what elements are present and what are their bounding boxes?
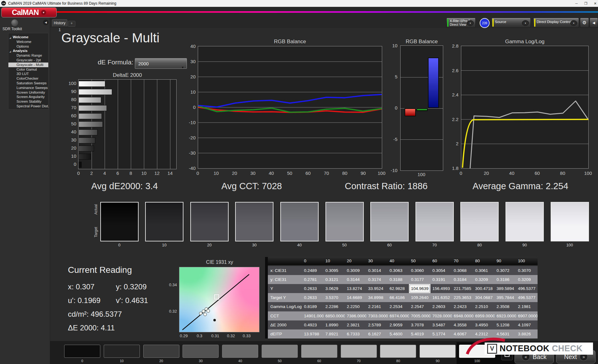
settings-button[interactable]: ⚙	[580, 18, 589, 28]
sidebar-item-color-gamut[interactable]: Color Gamut	[8, 67, 48, 72]
table-cell--E-2000-60[interactable]: 3.5487	[430, 320, 452, 329]
table-cell-y-CIE31-40[interactable]: 0.3188	[388, 275, 409, 284]
table-cell-Target-Y-10[interactable]: 3.5370	[324, 293, 345, 302]
table-cell-dEITP-100[interactable]: 3.8826	[516, 329, 538, 338]
table-cell-Target-Y-70[interactable]: 225.3653	[452, 293, 473, 302]
meter-dropdown[interactable]: X-Rite i1Pro 2 Direct View ▼	[446, 18, 476, 28]
table-cell-CCT-90[interactable]: 6923.0000	[495, 311, 516, 320]
table-cell-CCT-0[interactable]: 14901.0000	[302, 311, 324, 320]
sidebar-item-dynamic-range[interactable]: Dynamic Range	[8, 53, 48, 58]
table-cell-y-CIE31-30[interactable]: 0.3174	[366, 275, 388, 284]
footer-patch-70[interactable]	[341, 345, 377, 358]
table-cell-dEITP-40[interactable]: 5.4600	[388, 329, 409, 338]
footer-patch-50[interactable]	[262, 345, 298, 358]
table-cell--E-2000-100[interactable]: 4.1097	[516, 320, 538, 329]
table-cell-dEITP-0[interactable]: 13.9788	[302, 329, 324, 338]
sidebar-item-analysis[interactable]: ◢Analysis	[8, 49, 48, 53]
table-cell-y-CIE31-0[interactable]: 0.2781	[302, 275, 324, 284]
table-cell-Gamma-Log-Log-40[interactable]: 2.2534	[388, 302, 409, 311]
sidebar-item-3d-lut[interactable]: 3D LUT	[8, 72, 48, 76]
table-cell-CCT-100[interactable]: 6907.0000	[516, 311, 538, 320]
table-cell-Gamma-Log-Log-10[interactable]: 2.2286	[324, 302, 345, 311]
table-cell-y-CIE31-10[interactable]: 0.3121	[324, 275, 345, 284]
table-cell-x-CIE31-90[interactable]: 0.3072	[495, 266, 516, 275]
table-cell--E-2000-70[interactable]: 4.3558	[452, 320, 473, 329]
sidebar-item-spectral-power-dist-[interactable]: Spectral Power Dist.	[8, 104, 48, 109]
table-cell-CCT-60[interactable]: 7028.0000	[430, 311, 452, 320]
table-cell-dEITP-60[interactable]: 5.1774	[430, 329, 452, 338]
table-cell-Target-Y-100[interactable]: 496.5377	[516, 293, 538, 302]
table-cell-Target-Y-0[interactable]: 0.2633	[302, 293, 324, 302]
table-cell--E-2000-30[interactable]: 2.5789	[366, 320, 388, 329]
table-cell-y-CIE31-20[interactable]: 0.3144	[345, 275, 366, 284]
table-cell-dEITP-30[interactable]: 6.1627	[366, 329, 388, 338]
table-cell-Gamma-Log-Log-90[interactable]: 2.3508	[495, 302, 516, 311]
table-cell-dEITP-50[interactable]: 5.4019	[409, 329, 430, 338]
table-cell-CCT-50[interactable]: 7005.0000	[409, 311, 430, 320]
table-cell-x-CIE31-60[interactable]: 0.3054	[430, 266, 452, 275]
footer-patch-90[interactable]	[420, 345, 456, 358]
footer-patch-30[interactable]	[183, 345, 219, 358]
table-cell-CCT-80[interactable]: 6959.0000	[473, 311, 495, 320]
sidebar-item-luminance-sweeps[interactable]: Luminance Sweeps	[8, 86, 48, 90]
table-cell-Y-50[interactable]: 104.9639	[409, 284, 430, 293]
sidebar-pin-button[interactable]	[11, 19, 18, 26]
table-cell-CCT-20[interactable]: 7386.0000	[345, 311, 366, 320]
table-cell-Y-60[interactable]: 156.4993	[430, 284, 452, 293]
source-dropdown[interactable]: Source ▼	[491, 18, 531, 28]
sidebar-item-grayscale-2pt[interactable]: Grayscale - 2pt	[8, 58, 48, 63]
table-cell-Target-Y-20[interactable]: 14.6689	[345, 293, 366, 302]
table-cell-Y-70[interactable]: 221.7585	[452, 284, 473, 293]
table-cell-Y-0[interactable]: 0.2633	[302, 284, 324, 293]
table-cell--E-2000-10[interactable]: 1.8990	[324, 320, 345, 329]
table-cell-Gamma-Log-Log-30[interactable]: 2.2161	[366, 302, 388, 311]
table-cell-Target-Y-50[interactable]: 109.2640	[409, 293, 430, 302]
sidebar-item-screen-stability[interactable]: Screen Stability	[8, 99, 48, 104]
table-cell-Target-Y-40[interactable]: 66.4186	[388, 293, 409, 302]
table-cell-dEITP-20[interactable]: 6.7333	[345, 329, 366, 338]
table-cell--E-2000-50[interactable]: 3.7078	[409, 320, 430, 329]
footer-patch-80[interactable]	[380, 345, 416, 358]
table-cell-y-CIE31-80[interactable]: 0.3209	[473, 275, 495, 284]
table-cell-x-CIE31-10[interactable]: 0.3095	[324, 266, 345, 275]
table-cell-CCT-40[interactable]: 6974.0000	[388, 311, 409, 320]
table-cell--E-2000-80[interactable]: 3.4950	[473, 320, 495, 329]
table-cell-x-CIE31-40[interactable]: 0.3063	[388, 266, 409, 275]
minimize-button[interactable]: ─	[572, 1, 581, 6]
tab-history-1[interactable]: History 1	[52, 19, 67, 26]
maximize-button[interactable]: ❐	[582, 1, 590, 6]
table-cell-Target-Y-90[interactable]: 395.7844	[495, 293, 516, 302]
table-cell-y-CIE31-60[interactable]: 0.3191	[430, 275, 452, 284]
footer-patch-60[interactable]	[301, 345, 337, 358]
table-cell-Gamma-Log-Log-70[interactable]: 2.2423	[452, 302, 473, 311]
sidebar-item-screen-uniformity[interactable]: Screen Uniformity	[8, 90, 48, 95]
footer-patch-10[interactable]	[104, 345, 140, 358]
table-cell-Gamma-Log-Log-60[interactable]: 2.2603	[430, 302, 452, 311]
table-cell-Y-20[interactable]: 13.8274	[345, 284, 366, 293]
table-cell-x-CIE31-30[interactable]: 0.3014	[366, 266, 388, 275]
sidebar-item-saturation-sweeps[interactable]: Saturation Sweeps	[8, 81, 48, 86]
sidebar-item-screen-angularity[interactable]: Screen Angularity	[8, 95, 48, 99]
table-cell-Target-Y-80[interactable]: 304.0687	[473, 293, 495, 302]
table-cell-y-CIE31-50[interactable]: 0.3177	[409, 275, 430, 284]
table-cell-Gamma-Log-Log-0[interactable]: 0.8189	[302, 302, 324, 311]
table-cell-y-CIE31-90[interactable]: 0.3186	[495, 275, 516, 284]
table-cell--E-2000-20[interactable]: 2.3821	[345, 320, 366, 329]
table-cell-x-CIE31-100[interactable]: 0.3070	[516, 266, 538, 275]
table-cell-x-CIE31-0[interactable]: 0.2489	[302, 266, 324, 275]
table-cell-CCT-70[interactable]: 6948.0000	[452, 311, 473, 320]
table-cell-Target-Y-60[interactable]: 161.6352	[430, 293, 452, 302]
sidebar-item-options[interactable]: Options	[8, 44, 48, 49]
table-cell-Target-Y-30[interactable]: 34.8998	[366, 293, 388, 302]
footer-patch-40[interactable]	[222, 345, 258, 358]
table-cell-x-CIE31-20[interactable]: 0.3009	[345, 266, 366, 275]
add-tab-button[interactable]: +	[68, 21, 75, 27]
close-button[interactable]: ✕	[591, 1, 598, 6]
table-cell-Gamma-Log-Log-100[interactable]: 2.1981	[516, 302, 538, 311]
table-cell-Y-40[interactable]: 62.9828	[388, 284, 409, 293]
table-cell-x-CIE31-50[interactable]: 0.3060	[409, 266, 430, 275]
table-cell-Y-80[interactable]: 300.4718	[473, 284, 495, 293]
sidebar-item-colorchecker[interactable]: ColorChecker	[8, 76, 48, 81]
table-cell-CCT-30[interactable]: 7303.0000	[366, 311, 388, 320]
display-control-dropdown[interactable]: Direct Display Control ▼	[533, 18, 579, 28]
